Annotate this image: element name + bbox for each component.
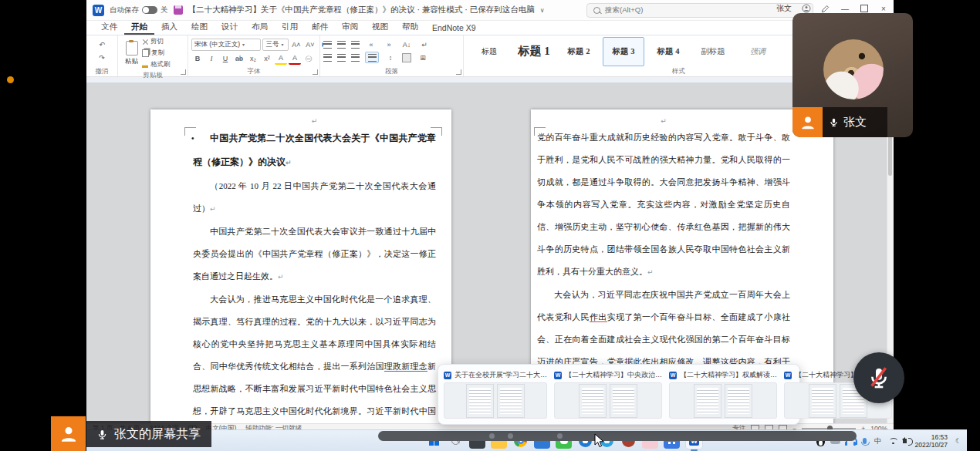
font-dialog-launcher-icon[interactable] bbox=[313, 69, 318, 75]
window-preview[interactable]: W【二十大精神学习】权威解读… bbox=[667, 369, 779, 420]
shading-icon[interactable] bbox=[402, 53, 411, 62]
autosave-state: 关 bbox=[161, 5, 168, 15]
wifi-icon[interactable] bbox=[888, 438, 897, 445]
numbering-icon[interactable] bbox=[337, 41, 346, 49]
line-spacing-icon[interactable]: ↕ bbox=[384, 52, 397, 62]
superscript-icon[interactable]: x² bbox=[261, 54, 273, 64]
tab-file[interactable]: 文件 bbox=[94, 20, 124, 35]
preview-title: 关于在全校开展“学习二十大… bbox=[455, 370, 547, 380]
save-icon[interactable] bbox=[174, 5, 183, 15]
style-subtitle[interactable]: 副标题 bbox=[692, 37, 734, 66]
align-center-icon[interactable] bbox=[337, 54, 346, 62]
tab-references[interactable]: 引用 bbox=[275, 20, 305, 35]
italic-icon[interactable]: I bbox=[205, 54, 218, 64]
style-heading1[interactable]: 标题 1 bbox=[513, 37, 555, 66]
paragraph-dialog-launcher-icon[interactable] bbox=[456, 69, 461, 75]
style-emphasis[interactable]: 强调 bbox=[737, 37, 779, 66]
tab-design[interactable]: 设计 bbox=[215, 20, 245, 35]
undo-icon[interactable]: ↶ bbox=[96, 40, 108, 50]
paste-button[interactable]: 粘贴 bbox=[121, 41, 142, 66]
preview-thumbnail bbox=[554, 382, 662, 419]
word-icon: W bbox=[784, 372, 792, 379]
overlay-bar-dot bbox=[508, 433, 513, 439]
style-heading3[interactable]: 标题 3 bbox=[603, 37, 644, 66]
mute-microphone-button[interactable] bbox=[853, 352, 904, 403]
ribbon-group-clipboard: 粘贴 剪切 复制 格式刷 剪贴板 bbox=[118, 35, 188, 76]
grow-font-icon[interactable]: A˄ bbox=[290, 39, 302, 49]
titlebar-user-name: 张文 bbox=[776, 3, 792, 14]
autosave-toggle[interactable]: 自动保存 关 bbox=[110, 5, 168, 15]
strikethrough-icon[interactable]: ab bbox=[233, 54, 245, 64]
cut-button[interactable]: 剪切 bbox=[142, 37, 171, 46]
align-left-icon[interactable] bbox=[323, 54, 332, 62]
microphone-muted-icon bbox=[867, 365, 891, 390]
tab-home[interactable]: 开始 bbox=[124, 20, 154, 35]
redo-icon[interactable]: ↷ bbox=[96, 53, 108, 63]
account-icon[interactable] bbox=[802, 4, 811, 13]
subscript-icon[interactable]: x₂ bbox=[247, 54, 259, 64]
window-preview[interactable]: W关于在全校开展“学习二十大… bbox=[442, 369, 549, 420]
shrink-font-icon[interactable]: A˅ bbox=[304, 39, 316, 49]
microphone-tray-icon[interactable] bbox=[863, 438, 867, 444]
tab-review[interactable]: 审阅 bbox=[335, 20, 365, 35]
align-right-icon[interactable] bbox=[351, 54, 360, 62]
close-button[interactable]: × bbox=[878, 5, 889, 13]
decrease-indent-icon[interactable]: « bbox=[365, 39, 377, 49]
minimize-button[interactable]: — bbox=[840, 5, 850, 13]
style-heading4[interactable]: 标题 4 bbox=[647, 37, 689, 66]
bullets-icon[interactable] bbox=[323, 41, 332, 49]
autosave-switch-icon[interactable] bbox=[142, 6, 157, 14]
paragraph-group-label: 段落 bbox=[320, 67, 463, 76]
word-logo-icon: W bbox=[93, 5, 104, 16]
clock-date: 2022/10/27 bbox=[914, 441, 948, 449]
bold-icon[interactable]: B bbox=[191, 54, 204, 64]
window-preview[interactable]: W【二十大精神学习】中央政治… bbox=[553, 369, 664, 420]
increase-indent-icon[interactable]: » bbox=[383, 39, 395, 49]
undo-group-label: 撤消 bbox=[86, 67, 117, 76]
taskbar-clock[interactable]: 16:53 2022/10/27 bbox=[914, 433, 948, 449]
paste-icon bbox=[126, 41, 138, 56]
webcam-tile[interactable]: 张文 bbox=[792, 13, 913, 137]
pen-mode-icon[interactable] bbox=[821, 5, 830, 13]
ribbon-bottom-strip bbox=[86, 77, 894, 83]
clipboard-dialog-launcher-icon[interactable] bbox=[181, 69, 186, 75]
header-paragraph-mark: ↵ bbox=[193, 116, 436, 126]
tab-view[interactable]: 视图 bbox=[365, 20, 395, 35]
enclose-character-icon[interactable]: ㊀ bbox=[302, 54, 315, 64]
show-marks-icon[interactable]: ↵ bbox=[418, 39, 431, 49]
font-name-select[interactable]: 宋体 (中文正文)▾ bbox=[191, 39, 261, 51]
autosave-label: 自动保存 bbox=[110, 5, 139, 15]
word-icon: W bbox=[669, 372, 677, 379]
tab-draw[interactable]: 绘图 bbox=[184, 20, 215, 35]
restore-button[interactable] bbox=[860, 5, 868, 12]
copy-button[interactable]: 复制 bbox=[142, 49, 171, 58]
style-title[interactable]: 标题 bbox=[468, 37, 510, 66]
document-title: 【二十大精神学习】关于《中国共产党章程（修正案）》的决议 · 兼容性模式 · 已… bbox=[188, 5, 535, 15]
participant-avatar bbox=[823, 39, 884, 99]
tab-help[interactable]: 帮助 bbox=[395, 20, 425, 35]
title-caret-icon[interactable]: ∨ bbox=[540, 7, 545, 14]
multilevel-list-icon[interactable] bbox=[351, 41, 360, 49]
borders-icon[interactable]: ⊞ bbox=[417, 52, 429, 62]
volume-icon[interactable] bbox=[903, 439, 907, 443]
header-paragraph-mark: ↵ bbox=[537, 116, 790, 126]
highlight-icon[interactable]: A bbox=[275, 53, 287, 65]
doc-paragraph: 中国共产党第二十次全国代表大会审议并一致通过十九届中央委员会提出的《中国共产党章… bbox=[193, 220, 436, 288]
font-color-icon[interactable]: A bbox=[289, 53, 301, 65]
justify-icon[interactable] bbox=[365, 52, 379, 63]
underline-icon[interactable]: U bbox=[219, 54, 231, 64]
ime-indicator[interactable]: 中 bbox=[872, 436, 883, 446]
style-heading2[interactable]: 标题 2 bbox=[558, 37, 600, 66]
font-size-select[interactable]: 三号▾ bbox=[262, 39, 289, 51]
tab-mailings[interactable]: 邮件 bbox=[305, 20, 335, 35]
sort-icon[interactable]: A↓ bbox=[400, 39, 413, 49]
tab-insert[interactable]: 插入 bbox=[154, 20, 184, 35]
tab-endnote[interactable]: EndNote X9 bbox=[425, 22, 483, 35]
format-painter-button[interactable]: 格式刷 bbox=[142, 60, 171, 69]
night-mode-icon[interactable]: ☾ bbox=[953, 437, 964, 445]
tab-layout[interactable]: 布局 bbox=[245, 20, 275, 35]
document-page-left[interactable]: ↵ •中国共产党第二十次全国代表大会关于《中国共产党章程（修正案）》的决议↵ （… bbox=[150, 109, 451, 423]
taskbar-preview-popup: W关于在全校开展“学习二十大… W【二十大精神学习】中央政治… W【二十大精神学… bbox=[438, 364, 800, 425]
doc-paragraph: 大会认为，推进马克思主义中国化时代化是一个追求真理、揭示真理、笃行真理的过程。党… bbox=[193, 288, 436, 423]
cut-icon bbox=[142, 39, 148, 45]
